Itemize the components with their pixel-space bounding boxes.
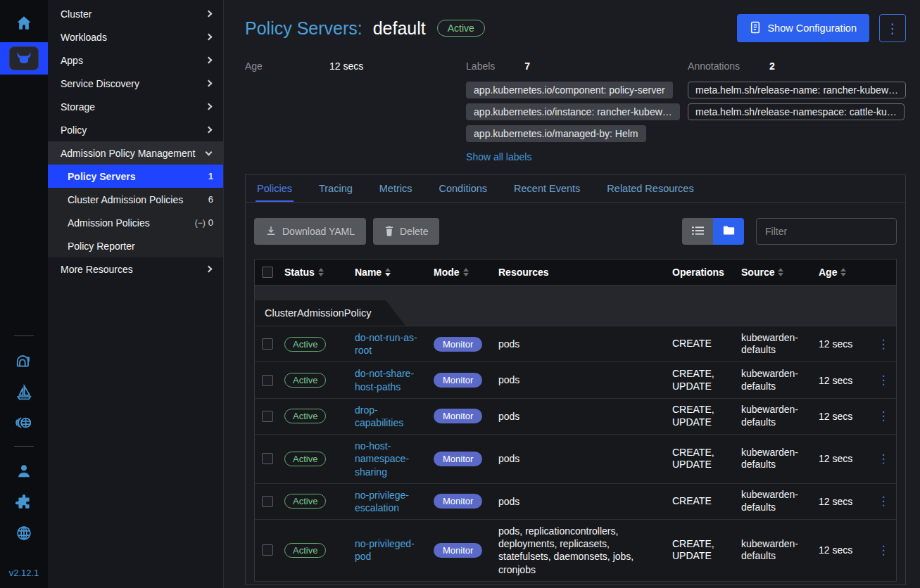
folder-icon [723,225,735,238]
age-cell: 12 secs [814,375,871,386]
policy-name-link[interactable]: drop-capabilities [355,404,425,429]
policy-name-link[interactable]: no-host-namespace-sharing [355,440,425,478]
sidebar-item-more-resources[interactable]: More Resources [48,257,223,281]
row-kebab-menu-button[interactable] [871,543,896,558]
annotation-chip: meta.helm.sh/release-name: rancher-kubew… [688,82,906,98]
mode-badge: Monitor [434,494,482,509]
status-badge: Active [284,373,326,388]
home-icon [15,14,33,34]
column-header-mode[interactable]: Mode [429,267,494,278]
sidebar-item-policy[interactable]: Policy [48,118,223,141]
view-mode-toggle [682,218,744,245]
chevron-right-icon [206,266,213,273]
row-kebab-menu-button[interactable] [871,337,896,352]
group-tab-clusteradmissionpolicy: ClusterAdmissionPolicy [255,300,405,326]
select-all-checkbox[interactable] [262,267,273,278]
row-kebab-menu-button[interactable] [871,494,896,509]
table-row: Active no-privileged-pod Monitor pods, r… [255,519,896,581]
column-header-source[interactable]: Source [737,267,814,278]
tab-recent-events[interactable]: Recent Events [512,175,581,202]
age-cell: 12 secs [814,496,871,507]
home-nav-button[interactable] [15,11,33,37]
policy-name-link[interactable]: do-not-share-host-paths [355,367,425,392]
row-checkbox[interactable] [262,411,273,422]
show-configuration-button[interactable]: Show Configuration [737,14,869,42]
column-header-age[interactable]: Age [814,267,871,278]
policy-name-link[interactable]: no-privileged-pod [355,537,425,563]
sidebar-item-cluster-admission-policies[interactable]: Cluster Admission Policies 6 [48,188,223,211]
sidebar-item-workloads[interactable]: Workloads [48,25,223,49]
resources-cell: pods [494,495,668,508]
cluster-shortcut-sailboat[interactable] [15,382,33,403]
annotations-count: 2 [769,60,775,72]
cluster-turbine-icon [15,414,33,434]
sidebar-group-admission-policy-management[interactable]: Admission Policy Management [48,141,223,165]
policy-name-link[interactable]: do-not-run-as-root [355,331,425,357]
icon-rail: v2.12.1 [0,0,48,588]
show-all-labels-link[interactable]: Show all labels [466,151,531,162]
resource-meta: Age 12 secs Labels 7 app.kubernetes.io/c… [245,60,906,162]
table-header-row: Status Name Mode Resources Operations [255,260,896,285]
chevron-right-icon [206,34,213,41]
chevron-down-icon [206,148,213,155]
row-checkbox[interactable] [262,338,273,350]
label-chip: app.kubernetes.io/managed-by: Helm [466,125,645,142]
sidebar-nav: Cluster Workloads Apps Service Discovery… [48,0,224,588]
column-header-operations[interactable]: Operations [668,267,737,278]
tab-conditions[interactable]: Conditions [438,175,489,202]
cluster-shortcut-arch[interactable] [15,351,33,372]
chevron-right-icon [206,127,213,134]
mode-badge: Monitor [434,543,482,558]
document-icon [750,21,761,36]
sidebar-item-admission-policies[interactable]: Admission Policies (−) 0 [48,211,223,234]
download-icon [265,225,277,238]
sidebar-item-service-discovery[interactable]: Service Discovery [48,72,223,95]
row-checkbox[interactable] [262,544,273,556]
filter-input[interactable] [756,218,897,245]
annotations-label: Annotations [688,60,740,72]
column-header-resources[interactable]: Resources [494,267,668,278]
table-row: Active do-not-run-as-root Monitor pods C… [255,326,896,362]
sidebar-item-cluster[interactable]: Cluster [48,2,223,25]
column-header-status[interactable]: Status [280,267,351,278]
resources-cell: pods [494,452,668,465]
main-content: Policy Servers: default Active Show Conf… [224,0,920,588]
locale-button[interactable] [15,523,33,544]
row-checkbox[interactable] [262,496,273,507]
status-badge: Active [284,452,326,466]
column-header-name[interactable]: Name [351,267,429,278]
list-view-button[interactable] [682,218,713,245]
extensions-button[interactable] [15,492,33,513]
tab-metrics[interactable]: Metrics [378,175,414,202]
table-row: Active do-not-share-host-paths Monitor p… [255,362,896,397]
header-kebab-menu-button[interactable] [879,14,906,42]
sidebar-item-apps[interactable]: Apps [48,49,223,72]
row-kebab-menu-button[interactable] [871,409,896,423]
sort-icon [778,268,783,276]
row-kebab-menu-button[interactable] [871,373,896,388]
policy-name-link[interactable]: no-privilege-escalation [355,489,425,514]
delete-button[interactable]: Delete [373,218,439,245]
user-icon [15,462,33,482]
group-view-button[interactable] [713,218,744,245]
tab-tracing[interactable]: Tracing [317,175,354,202]
tab-policies[interactable]: Policies [256,175,294,202]
tab-bar: Policies Tracing Metrics Conditions Rece… [246,175,905,203]
sidebar-item-policy-servers[interactable]: Policy Servers 1 [48,165,223,188]
sidebar-item-policy-reporter[interactable]: Policy Reporter [48,234,223,257]
sort-icon [318,268,324,276]
policies-table: Status Name Mode Resources Operations [254,259,897,582]
user-menu-button[interactable] [15,461,33,482]
cluster-nav-button-active[interactable] [0,42,48,75]
row-checkbox[interactable] [262,375,273,386]
operations-cell: CREATE [668,338,737,350]
tab-related-resources[interactable]: Related Resources [605,175,695,202]
resources-cell: pods [494,410,668,423]
download-yaml-button[interactable]: Download YAML [254,218,366,245]
cluster-shortcut-turbine[interactable] [15,413,33,434]
sidebar-group-children: Policy Servers 1 Cluster Admission Polic… [48,165,223,257]
row-checkbox[interactable] [262,453,273,464]
row-kebab-menu-button[interactable] [871,452,896,466]
sidebar-item-storage[interactable]: Storage [48,95,223,118]
mode-badge: Monitor [434,337,482,352]
